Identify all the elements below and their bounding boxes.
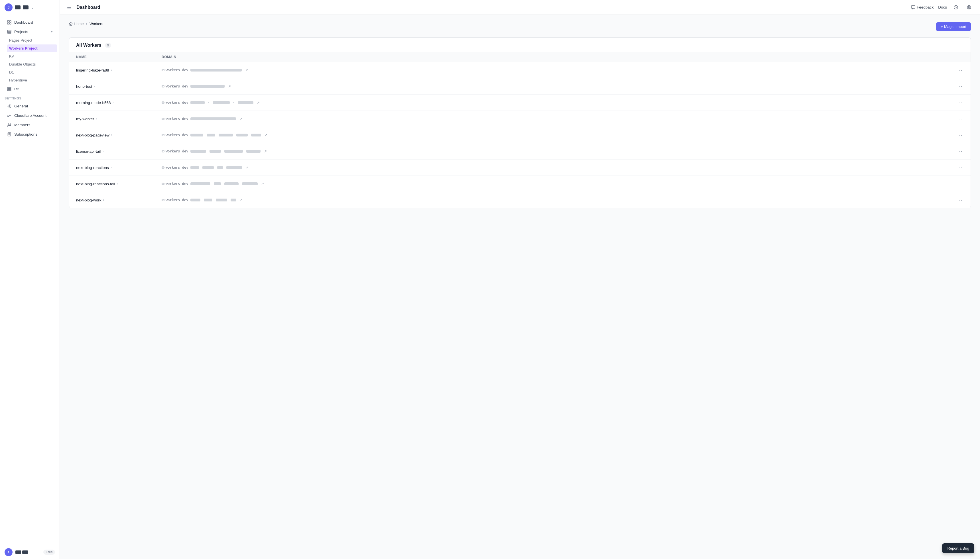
plan-badge: Free xyxy=(43,550,55,555)
table-row[interactable]: next-blog-pageview › workers.dev ↗ xyxy=(69,127,971,143)
svg-point-12 xyxy=(10,124,10,124)
domain-url-1 xyxy=(190,134,203,136)
sidebar-item-general[interactable]: General xyxy=(2,101,57,111)
external-link-icon[interactable]: ↗ xyxy=(240,198,243,202)
breadcrumb-row: Home › Workers + Magic Import xyxy=(69,22,971,31)
external-link-icon[interactable]: ↗ xyxy=(228,84,231,88)
domain-url-1 xyxy=(190,101,205,104)
more-options-button[interactable]: ⋯ xyxy=(956,115,964,123)
external-link-icon[interactable]: ↗ xyxy=(240,117,242,121)
sidebar-item-workers-project[interactable]: Workers Project xyxy=(7,45,57,52)
domain-tag: workers.dev xyxy=(162,101,188,104)
sidebar-item-dashboard[interactable]: Dashboard xyxy=(2,18,57,27)
table-row[interactable]: my-worker › workers.dev ↗ ⋯ xyxy=(69,111,971,127)
external-link-icon[interactable]: ↗ xyxy=(245,165,248,170)
sidebar-item-hyperdrive[interactable]: Hyperdrive xyxy=(7,76,57,84)
external-link-icon[interactable]: ↗ xyxy=(264,149,267,153)
more-options-button[interactable]: ⋯ xyxy=(956,147,964,155)
more-options-button[interactable]: ⋯ xyxy=(956,66,964,74)
more-options-button[interactable]: ⋯ xyxy=(956,99,964,107)
table-row[interactable]: next-blog-work › workers.dev ↗ xyxy=(69,192,971,208)
sidebar-item-durable-objects[interactable]: Durable Objects xyxy=(7,60,57,68)
feedback-icon xyxy=(911,5,915,10)
domain-url-2 xyxy=(207,134,215,136)
domain-cell: workers.dev ↗ xyxy=(162,198,956,202)
sidebar-nav: Dashboard Projects ▾ Pages Project xyxy=(0,15,60,545)
sidebar-item-cloudflare-account[interactable]: Cloudflare Account xyxy=(2,111,57,120)
sidebar-item-members[interactable]: Members xyxy=(2,120,57,129)
domain-url-2 xyxy=(214,182,221,185)
domain-url-3 xyxy=(219,134,233,136)
svg-rect-26 xyxy=(162,167,164,169)
row-actions: ⋯ xyxy=(956,180,964,188)
domain-url-2 xyxy=(213,101,230,104)
history-button[interactable] xyxy=(952,3,960,12)
table-row[interactable]: next-blog-reactions › workers.dev ↗ xyxy=(69,160,971,176)
link-icon xyxy=(7,113,12,117)
worker-name: next-blog-reactions › xyxy=(76,165,162,170)
more-options-button[interactable]: ⋯ xyxy=(956,164,964,172)
domain-tag: workers.dev xyxy=(162,165,188,170)
more-options-button[interactable]: ⋯ xyxy=(956,196,964,204)
external-link-icon[interactable]: ↗ xyxy=(261,182,264,186)
svg-rect-4 xyxy=(7,30,11,31)
table-row[interactable]: next-blog-reactions-tail › workers.dev ↗ xyxy=(69,176,971,192)
domain-url-1 xyxy=(190,166,199,169)
users-icon xyxy=(7,122,12,127)
worker-name: lingering-haze-fa88 › xyxy=(76,68,162,72)
docs-link[interactable]: Docs xyxy=(938,5,947,9)
sidebar-item-projects[interactable]: Projects ▾ xyxy=(2,27,57,36)
magic-import-button[interactable]: + Magic Import xyxy=(936,22,971,31)
sub-item-label: D1 xyxy=(9,70,14,74)
row-actions: ⋯ xyxy=(956,115,964,123)
breadcrumb-home[interactable]: Home xyxy=(69,22,84,26)
row-actions: ⋯ xyxy=(956,131,964,139)
domain-url-5 xyxy=(251,134,261,136)
feedback-link[interactable]: Feedback xyxy=(911,5,934,10)
external-link-icon[interactable]: ↗ xyxy=(265,133,267,137)
worker-name: license-api-tail › xyxy=(76,149,162,154)
row-actions: ⋯ xyxy=(956,82,964,90)
sidebar-item-pages-project[interactable]: Pages Project xyxy=(7,36,57,44)
sidebar-item-subscriptions[interactable]: Subscriptions xyxy=(2,130,57,139)
sidebar-item-label: Projects xyxy=(14,30,28,34)
sidebar-toggle-button[interactable] xyxy=(67,4,72,10)
svg-rect-5 xyxy=(7,31,11,32)
svg-rect-28 xyxy=(162,199,164,201)
sidebar-item-r2[interactable]: R2 xyxy=(2,84,57,93)
more-options-button[interactable]: ⋯ xyxy=(956,82,964,90)
svg-rect-21 xyxy=(162,86,164,87)
card-title: All Workers xyxy=(76,43,101,48)
bottom-icon-2 xyxy=(22,551,28,554)
domain-url xyxy=(190,69,242,71)
expand-icon: ▾ xyxy=(51,30,53,34)
domain-tag: workers.dev xyxy=(162,133,188,137)
table-row[interactable]: hono-test › workers.dev ↗ ⋯ xyxy=(69,78,971,94)
language-button[interactable] xyxy=(965,3,973,12)
report-bug-button[interactable]: Report a Bug xyxy=(942,543,974,553)
domain-url-3 xyxy=(224,182,238,185)
sidebar-item-label: R2 xyxy=(14,87,19,91)
chevron-icon[interactable]: ⌄ xyxy=(31,5,34,10)
more-options-button[interactable]: ⋯ xyxy=(956,131,964,139)
svg-rect-20 xyxy=(162,69,164,71)
chevron-right-icon: › xyxy=(111,68,112,72)
table-row[interactable]: morning-mode-b568 › workers.dev ↗ xyxy=(69,94,971,111)
sidebar-item-d1[interactable]: D1 xyxy=(7,68,57,76)
chevron-right-icon: › xyxy=(102,149,103,153)
sub-item-label: KV xyxy=(9,54,14,58)
row-actions: ⋯ xyxy=(956,164,964,172)
sidebar-bottom: 1 Free xyxy=(0,545,60,559)
sidebar-item-kv[interactable]: KV xyxy=(7,53,57,60)
bottom-avatar: 1 xyxy=(5,548,13,556)
external-link-icon[interactable]: ↗ xyxy=(257,101,260,104)
col-domain: Domain xyxy=(162,55,964,59)
external-link-icon[interactable]: ↗ xyxy=(245,68,248,72)
svg-rect-16 xyxy=(67,9,71,9)
table-row[interactable]: lingering-haze-fa88 › workers.dev ↗ ⋯ xyxy=(69,62,971,78)
settings-section-label: Settings xyxy=(0,94,60,101)
svg-point-10 xyxy=(8,106,10,107)
table-row[interactable]: license-api-tail › workers.dev ↗ xyxy=(69,143,971,160)
domain-url-4 xyxy=(242,182,258,185)
more-options-button[interactable]: ⋯ xyxy=(956,180,964,188)
